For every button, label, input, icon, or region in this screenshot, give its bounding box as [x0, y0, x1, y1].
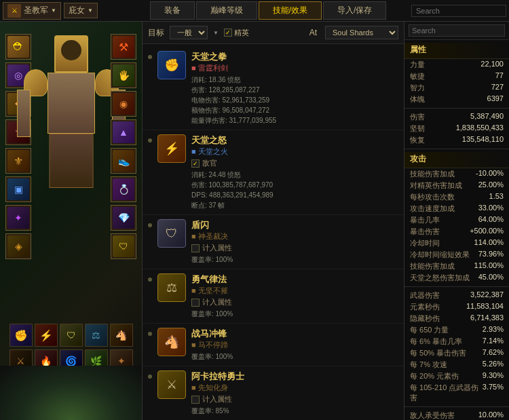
tab-gear[interactable]: 装备	[150, 1, 195, 20]
slot-shirt[interactable]: ▣	[5, 176, 31, 202]
skill-checkbox[interactable]	[191, 299, 200, 307]
class-select-1[interactable]: ⚔ 圣教军 ▼	[3, 2, 61, 20]
ground	[0, 366, 142, 420]
slot-legs[interactable]: ▲	[111, 119, 136, 145]
class-label-1: 圣教军	[24, 5, 48, 16]
stat-name: 元素秒伤	[410, 302, 440, 312]
skill-item-skill2[interactable]: ⚡ 天堂之怒 ■ 天堂之火 敌官 消耗: 24.48 愤怒伤害: 100,385…	[143, 130, 404, 215]
tab-peak[interactable]: 巅峰等级	[196, 1, 257, 20]
stat-value: 135,548,110	[462, 135, 504, 145]
stat-name: 对精英伤害加成	[410, 180, 462, 191]
stat-row: 武器伤害 3,522,387	[404, 290, 509, 301]
stats-search-input[interactable]	[409, 24, 505, 37]
skill-name: 天堂之拳	[191, 51, 398, 63]
skill-detail: 伤害: 100,385,787,687,970	[191, 180, 398, 190]
skill-icon: 🛡	[157, 219, 186, 248]
slot-offhand[interactable]: 🛡	[111, 233, 136, 259]
skill-checkbox-label: 计入属性	[202, 394, 232, 404]
tab-skills[interactable]: 技能/效果	[259, 1, 322, 20]
slot-skill3[interactable]: 🛡	[60, 324, 83, 347]
stats-panel: 属性 力量 22,100 敏捷 77 智力 727 体魄 6397 伤害 5,3…	[404, 22, 509, 420]
character-panel: ⛑ ◎ ❖ 🗡 ⚜ ▣ ✦ ◈	[0, 22, 143, 420]
elite-checkbox[interactable]	[224, 28, 232, 37]
slot-skill4[interactable]: ⚖	[85, 324, 108, 347]
stat-row: 每 50% 暴击伤害 7.62%	[404, 347, 509, 359]
skill-item-skill6[interactable]: ⚔ 阿卡拉特勇士 ■ 先知化身 计入属性 覆盖率: 85%	[143, 366, 404, 420]
skill-name: 天堂之怒	[191, 134, 398, 147]
skill-item-skill5[interactable]: 🐴 战马冲锋 ■ 马不停蹄 覆盖率: 100%	[143, 324, 404, 366]
stat-row: 每秒攻击次数 1.53	[404, 191, 509, 203]
skill-icon: ⚔	[157, 370, 186, 399]
soul-shards-select[interactable]: Soul Shards	[325, 26, 398, 39]
class-select-2[interactable]: 庇女 ▼	[64, 3, 98, 18]
skill-item-skill1[interactable]: ✊ 天堂之拳 ■ 雷霆利剑 消耗: 18.36 愤怒伤害: 128,285,08…	[143, 47, 404, 130]
skill-info: 天堂之拳 ■ 雷霆利剑 消耗: 18.36 愤怒伤害: 128,285,087,…	[191, 51, 398, 126]
stat-section-title: 属性	[404, 43, 509, 59]
stat-name: 坚韧	[410, 123, 425, 134]
skill-item-skill3[interactable]: 🛡 盾闪 ■ 神圣裁决 计入属性 覆盖率: 100%	[143, 215, 404, 269]
slot-hands[interactable]: 🖐	[111, 62, 136, 88]
skill-checkbox-row[interactable]: 敌官	[191, 158, 398, 168]
slot-tabard[interactable]: ✦	[5, 205, 31, 231]
slot-skill5[interactable]: 🐴	[110, 324, 133, 347]
slot-wrist[interactable]: ◈	[5, 233, 31, 259]
skill-checkbox-label: 计入属性	[202, 243, 232, 253]
skill-checkbox-row[interactable]: 计入属性	[191, 243, 398, 253]
slot-skill2[interactable]: ⚡	[35, 324, 58, 347]
stat-row: 敌人承受伤害 10.00%	[404, 410, 509, 420]
skill-detail: 覆盖率: 100%	[191, 254, 398, 265]
skill-checkbox[interactable]	[191, 396, 200, 404]
skill-item-skill4[interactable]: ⚖ 勇气律法 ■ 无坚不摧 计入属性 覆盖率: 100%	[143, 269, 404, 324]
char-legs	[49, 134, 93, 188]
stat-name: 每秒攻击次数	[410, 192, 455, 202]
stat-value: 64.00%	[478, 215, 504, 225]
skill-sub: ■ 雷霆利剑	[191, 63, 398, 73]
stat-name: 体魄	[410, 94, 425, 104]
stat-name: 冷却时间缩短效果	[410, 250, 470, 260]
stat-name: 每 105-210 点武器伤害	[410, 383, 483, 403]
tab-import[interactable]: 导入/保存	[323, 1, 386, 20]
stat-value: 25.00%	[478, 180, 504, 191]
slot-chest[interactable]: ⚜	[5, 148, 31, 174]
slot-waist[interactable]: ◉	[111, 91, 136, 117]
stat-row: 敏捷 77	[404, 71, 509, 82]
stat-value: 727	[491, 83, 504, 93]
slot-ring1[interactable]: 💍	[111, 176, 136, 202]
tab-navigation: 装备 巅峰等级 技能/效果 导入/保存	[125, 1, 411, 20]
slot-skill1[interactable]: ✊	[10, 324, 33, 347]
skill-checkbox-row[interactable]: 计入属性	[191, 297, 398, 307]
slot-feet[interactable]: 👟	[111, 148, 136, 174]
stat-name: 伤害	[410, 112, 425, 122]
at-label: At	[309, 28, 317, 37]
stat-name: 每 50% 暴击伤害	[410, 348, 466, 358]
elite-checkbox-row[interactable]: 精英	[224, 28, 249, 38]
stat-name: 暴击几率	[410, 215, 440, 225]
stat-value: 73.96%	[478, 250, 504, 260]
skill-bullet	[148, 375, 152, 379]
stat-row: 元素秒伤 11,583,104	[404, 301, 509, 313]
stat-row: 暴击几率 64.00%	[404, 214, 509, 226]
skill-icon: ⚖	[157, 273, 186, 302]
stat-value: 22,100	[480, 60, 504, 70]
slot-helm[interactable]: ⛑	[5, 34, 31, 60]
skill-checkbox[interactable]	[191, 244, 200, 252]
slot-mainhand[interactable]: ⚒	[111, 34, 136, 60]
stat-value: 5.26%	[483, 360, 504, 370]
skill-bullet	[148, 332, 152, 336]
skill-checkbox[interactable]	[191, 159, 200, 168]
slot-ring2[interactable]: 💎	[111, 205, 136, 231]
stat-name: 武器伤害	[410, 290, 440, 301]
stat-row: 智力 727	[404, 82, 509, 94]
skill-detail: 覆盖率: 100%	[191, 351, 398, 362]
search-input[interactable]	[411, 5, 506, 17]
stat-row: 天堂之怒伤害加成 45.00%	[404, 272, 509, 284]
top-bar: ⚔ 圣教军 ▼ 庇女 ▼ 装备 巅峰等级 技能/效果 导入/保存	[0, 0, 509, 22]
stat-value: +500.00%	[470, 227, 504, 237]
skill-detail: 断点: 37 帧	[191, 200, 398, 210]
skill-icon: ⚡	[157, 134, 186, 163]
soul-shards-container: Soul Shards	[325, 26, 398, 39]
target-label: 目标	[148, 27, 164, 39]
target-select[interactable]: 一般	[170, 26, 208, 39]
skill-checkbox-row[interactable]: 计入属性	[191, 394, 398, 404]
stat-row: 技能伤害加成 115.00%	[404, 261, 509, 272]
